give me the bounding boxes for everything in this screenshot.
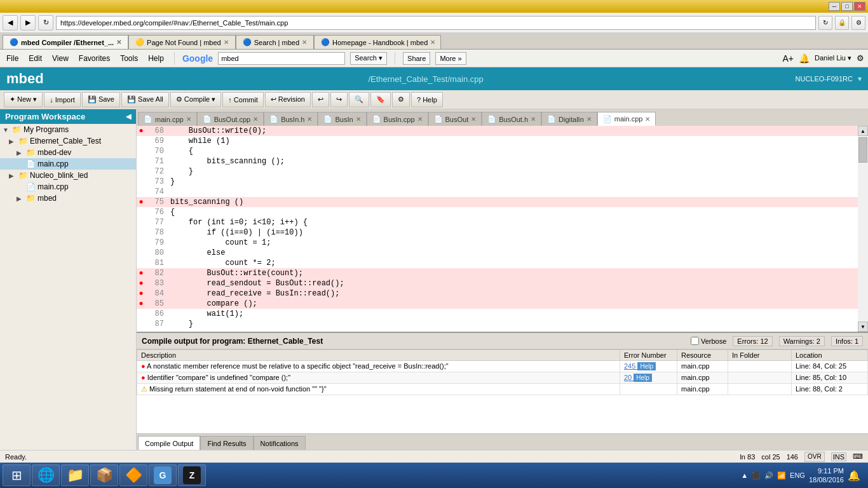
tab-icon: 📄: [269, 115, 278, 123]
window-controls[interactable]: ─ □ ✕: [829, 2, 865, 11]
table-row: 76{: [137, 207, 858, 217]
menu-view[interactable]: View: [50, 53, 71, 64]
taskbar-file-explorer[interactable]: 🌐: [32, 464, 60, 486]
sidebar-item-ethernet-cable-test[interactable]: ▶ 📁 Ethernet_Cable_Test: [0, 135, 136, 147]
tab-close[interactable]: ✕: [471, 116, 476, 123]
menu-tools[interactable]: Tools: [118, 53, 140, 64]
error-indicator: ●: [137, 268, 146, 278]
search-button[interactable]: Search ▾: [350, 52, 387, 65]
import-button[interactable]: ↓ Import: [44, 92, 81, 107]
sidebar-item-mbed[interactable]: ▶ 📁 mbed: [0, 193, 136, 204]
minimize-button[interactable]: ─: [829, 2, 840, 11]
tab-close-0[interactable]: ✕: [116, 39, 121, 46]
tab-close[interactable]: ✕: [531, 116, 536, 123]
mbed-board-label: NUCLEO-F091RC: [796, 75, 853, 83]
maximize-button[interactable]: □: [841, 2, 853, 11]
vertical-scrollbar[interactable]: ▲ ▼: [858, 126, 868, 332]
settings-icon[interactable]: ⚙: [857, 53, 864, 63]
code-editor[interactable]: ●68 BusOut::write(0);69 while (1)70 {71 …: [137, 126, 858, 332]
sidebar-item-main-cpp-2[interactable]: 📄 main.cpp: [0, 181, 136, 193]
taskbar-folder[interactable]: 📁: [61, 464, 89, 486]
resource-cell: main.cpp: [677, 372, 728, 384]
notification-bell[interactable]: 🔔: [848, 470, 860, 482]
save-all-button[interactable]: 💾 Save All: [121, 92, 169, 107]
tab-close[interactable]: ✕: [307, 116, 312, 123]
address-bar[interactable]: [56, 16, 816, 30]
commit-button[interactable]: ↑ Commit: [222, 92, 263, 107]
tab-close-2[interactable]: ✕: [302, 39, 307, 46]
editor-tab-8[interactable]: 📄 main.cpp ✕: [597, 112, 656, 126]
output-tab-compile[interactable]: Compile Output: [138, 436, 200, 450]
sidebar-item-nucleo-blink-led[interactable]: ▶ 📁 Nucleo_blink_led: [0, 170, 136, 181]
sidebar-item-mbed-dev[interactable]: ▶ 📁 mbed-dev: [0, 147, 136, 158]
editor-tab-7[interactable]: 📄 DigitalIn ✕: [541, 112, 597, 126]
browser-tab-0[interactable]: 🔵 mbed Compiler /Ethernet_... ✕: [3, 35, 128, 49]
forward-button[interactable]: ▶: [20, 15, 36, 30]
browser-tab-1[interactable]: 🟡 Page Not Found | mbed ✕: [128, 35, 236, 49]
back-button[interactable]: ◀: [3, 15, 18, 30]
zoom-button[interactable]: A+: [783, 53, 794, 64]
output-tab-find[interactable]: Find Results: [200, 436, 253, 450]
new-button[interactable]: ✦ New ▾: [4, 92, 43, 107]
tab-close-1[interactable]: ✕: [224, 39, 229, 46]
refresh-button[interactable]: ↻: [38, 15, 53, 30]
scroll-down[interactable]: ▼: [858, 322, 868, 332]
tab-close-3[interactable]: ✕: [430, 39, 435, 46]
browser-tab-2[interactable]: 🔵 Search | mbed ✕: [236, 35, 314, 49]
redo-button[interactable]: ↪: [330, 92, 348, 107]
undo-button[interactable]: ↩: [312, 92, 329, 107]
tab-close[interactable]: ✕: [417, 116, 423, 123]
tab-close[interactable]: ✕: [253, 116, 258, 123]
menu-favorites[interactable]: Favorites: [76, 53, 112, 64]
tab-close[interactable]: ✕: [587, 116, 592, 123]
output-tab-notifications[interactable]: Notifications: [254, 436, 306, 450]
help-button[interactable]: Help: [634, 374, 652, 382]
scroll-thumb[interactable]: [858, 137, 867, 163]
notification-icon[interactable]: 🔔: [799, 53, 810, 64]
board-settings-icon[interactable]: ▾: [858, 74, 862, 83]
editor-tab-1[interactable]: 📄 BusOut.cpp ✕: [197, 112, 264, 126]
google-search-input[interactable]: [218, 52, 345, 65]
star-button[interactable]: ⚙: [851, 16, 865, 30]
tab-close[interactable]: ✕: [356, 116, 361, 123]
line-number: 78: [146, 227, 168, 238]
ovr-button[interactable]: OVR: [804, 452, 825, 462]
menu-file[interactable]: File: [4, 53, 21, 64]
compile-button[interactable]: ⚙ Compile ▾: [170, 92, 221, 107]
help-button[interactable]: Help: [637, 362, 656, 370]
settings-button[interactable]: ⚙: [392, 92, 410, 107]
taskbar-ie[interactable]: 🔶: [119, 464, 147, 486]
editor-tab-6[interactable]: 📄 BusOut.h ✕: [482, 112, 541, 126]
help-button[interactable]: ? Help: [411, 92, 443, 107]
save-button[interactable]: 💾 Save: [82, 92, 120, 107]
editor-tab-2[interactable]: 📄 BusIn.h ✕: [264, 112, 318, 126]
taskbar-git[interactable]: G: [149, 464, 177, 486]
sidebar-close-button[interactable]: ◀: [126, 112, 131, 121]
tab-close[interactable]: ✕: [645, 116, 650, 123]
editor-tab-4[interactable]: 📄 BusIn.cpp ✕: [367, 112, 428, 126]
find-button[interactable]: 🔍: [349, 92, 369, 107]
more-button[interactable]: More »: [435, 52, 466, 65]
menu-edit[interactable]: Edit: [26, 53, 44, 64]
start-button[interactable]: ⊞: [3, 464, 31, 486]
menu-help[interactable]: Help: [146, 53, 166, 64]
editor-tab-5[interactable]: 📄 BusOut ✕: [428, 112, 482, 126]
bookmark-button[interactable]: 🔖: [370, 92, 391, 107]
taskbar-zeal[interactable]: Z: [178, 464, 206, 486]
scroll-up[interactable]: ▲: [858, 126, 868, 136]
user-menu[interactable]: Daniel Liu ▾: [815, 54, 851, 62]
close-button[interactable]: ✕: [854, 2, 865, 11]
verbose-check-input[interactable]: [691, 337, 699, 345]
show-hidden-icon[interactable]: ▲: [741, 471, 748, 479]
share-button[interactable]: Share: [403, 52, 430, 65]
sidebar-item-main-cpp[interactable]: 📄 main.cpp: [0, 158, 136, 170]
editor-tab-3[interactable]: 📄 BusIn ✕: [318, 112, 366, 126]
taskbar-store[interactable]: 📦: [90, 464, 118, 486]
refresh-icon[interactable]: ↻: [818, 16, 832, 30]
browser-tab-3[interactable]: 🔵 Homepage - Handbook | mbed ✕: [314, 35, 441, 49]
editor-tab-0[interactable]: 📄 main.cpp ✕: [138, 112, 197, 126]
sidebar-item-my-programs[interactable]: ▼ 📁 My Programs: [0, 124, 136, 135]
revision-button[interactable]: ↩ Revision: [265, 92, 311, 107]
verbose-checkbox[interactable]: Verbose: [691, 337, 726, 345]
tab-close[interactable]: ✕: [186, 116, 191, 123]
